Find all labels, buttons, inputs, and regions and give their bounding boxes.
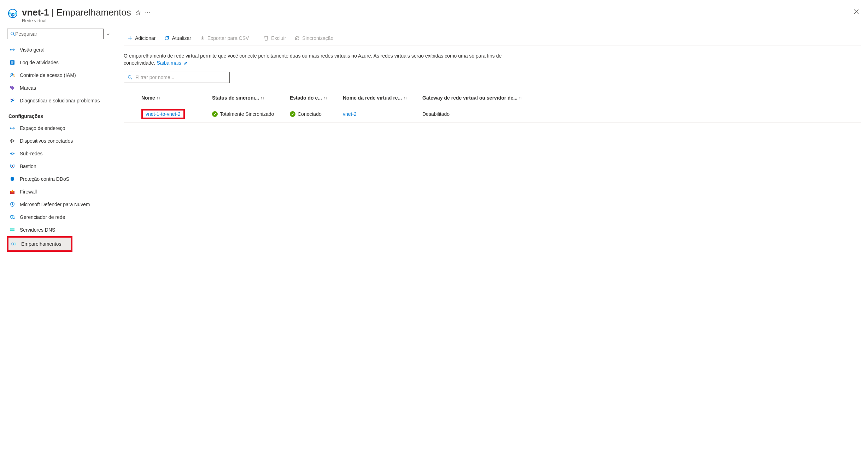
search-icon [10, 31, 15, 36]
main-content: Adicionar Atualizar Exportar para CSV Ex… [113, 29, 861, 471]
sidebar-item-label: Firewall [20, 189, 37, 195]
sort-icon: ↑↓ [260, 96, 264, 100]
svg-point-8 [13, 74, 14, 75]
table-row[interactable]: vnet-1-to-vnet-2✓Totalmente Sincronizado… [124, 106, 861, 123]
remote-vnet-link[interactable]: vnet-2 [343, 111, 357, 117]
svg-point-1 [9, 12, 11, 14]
gateway-cell: Desabilitado [422, 111, 861, 117]
svg-point-21 [14, 243, 16, 245]
sidebar-item-log[interactable]: Log de atividades [7, 56, 110, 69]
sidebar-item-label: Log de atividades [20, 60, 59, 65]
sidebar-item-label: Microsoft Defender para Nuvem [20, 202, 90, 207]
log-icon [9, 59, 16, 66]
resource-type: Rede virtual [22, 18, 852, 23]
column-sync-status[interactable]: Status de sincroni...↑↓ [212, 95, 290, 101]
peering-name-link[interactable]: vnet-1-to-vnet-2 [146, 111, 181, 117]
sidebar-item-label: Bastion [20, 163, 36, 169]
resource-name: vnet-1 [22, 7, 49, 18]
learn-more-link[interactable]: Saiba mais [157, 60, 187, 66]
page-title: vnet-1 | Emparelhamentos ··· [22, 7, 852, 18]
sidebar-item-label: Proteção contra DDoS [20, 176, 69, 182]
devices-icon [9, 138, 16, 144]
column-remote-vnet[interactable]: Nome da rede virtual re...↑↓ [343, 95, 422, 101]
bastion-icon [9, 163, 16, 169]
sidebar-section-settings: Configurações [8, 113, 110, 119]
sidebar-item-wrench[interactable]: Diagnosticar e solucionar problemas [7, 94, 110, 107]
sidebar-item-shield[interactable]: Proteção contra DDoS [7, 173, 110, 185]
star-icon[interactable] [135, 10, 141, 16]
page-header: vnet-1 | Emparelhamentos ··· Rede virtua… [7, 4, 861, 29]
collapse-sidebar-button[interactable]: « [107, 31, 110, 37]
refresh-label: Atualizar [172, 35, 191, 41]
description-text: O emparelhamento de rede virtual permite… [124, 52, 516, 67]
svg-line-23 [131, 78, 132, 79]
plus-icon [127, 35, 133, 41]
tag-icon [9, 85, 16, 91]
add-label: Adicionar [135, 35, 156, 41]
svg-point-2 [14, 12, 17, 14]
iam-icon [9, 72, 16, 78]
svg-point-17 [14, 218, 15, 219]
filter-box[interactable] [124, 72, 230, 83]
sort-icon: ↑↓ [519, 96, 523, 100]
sort-icon: ↑↓ [403, 96, 407, 100]
refresh-button[interactable]: Atualizar [160, 32, 194, 44]
column-gateway[interactable]: Gateway de rede virtual ou servidor de..… [422, 95, 861, 101]
external-link-icon [183, 61, 188, 66]
more-icon[interactable]: ··· [145, 10, 151, 16]
sidebar-item-tag[interactable]: Marcas [7, 82, 110, 94]
sidebar-item-bastion[interactable]: Bastion [7, 160, 110, 173]
network-mgr-icon [9, 214, 16, 220]
svg-point-4 [11, 32, 14, 35]
svg-point-20 [12, 243, 14, 245]
sidebar-item-firewall[interactable]: Firewall [7, 185, 110, 198]
delete-button[interactable]: Excluir [260, 32, 289, 44]
section-name: Emparelhamentos [57, 7, 131, 18]
add-button[interactable]: Adicionar [124, 32, 159, 44]
sidebar-item-peerings[interactable]: Emparelhamentos [8, 238, 71, 250]
svg-line-5 [13, 35, 15, 36]
svg-point-16 [10, 216, 11, 217]
vnet-icon [9, 47, 16, 53]
sidebar-item-network-mgr[interactable]: Gerenciador de rede [7, 211, 110, 223]
sidebar-item-label: Visão geral [20, 47, 45, 53]
sidebar-item-label: Espaço de endereço [20, 125, 65, 131]
sidebar-item-address[interactable]: Espaço de endereço [7, 122, 110, 135]
address-icon [9, 125, 16, 131]
sync-button[interactable]: Sincronização [291, 32, 337, 44]
dns-icon [9, 227, 16, 233]
search-icon [128, 75, 133, 80]
sort-icon: ↑↓ [157, 96, 160, 100]
sidebar-item-defender[interactable]: Microsoft Defender para Nuvem [7, 198, 110, 211]
learn-more-label: Saiba mais [157, 60, 181, 66]
sidebar-item-devices[interactable]: Dispositivos conectados [7, 135, 110, 147]
svg-point-15 [12, 216, 13, 218]
subnets-icon [9, 150, 16, 157]
shield-icon [9, 176, 16, 182]
column-name[interactable]: Nome↑↓ [141, 95, 212, 101]
svg-rect-19 [10, 230, 14, 231]
close-button[interactable] [852, 7, 861, 16]
sidebar-item-subnets[interactable]: Sub-redes [7, 147, 110, 160]
sidebar-item-iam[interactable]: Controle de acesso (IAM) [7, 69, 110, 82]
svg-point-10 [10, 141, 11, 142]
filter-input[interactable] [135, 74, 226, 80]
sidebar-item-label: Dispositivos conectados [20, 138, 73, 144]
column-state[interactable]: Estado do e...↑↓ [290, 95, 343, 101]
sidebar-search-input[interactable] [15, 31, 100, 37]
vnet-resource-icon [7, 8, 18, 19]
sidebar-item-vnet[interactable]: Visão geral [7, 43, 110, 56]
sidebar-item-dns[interactable]: Servidores DNS [7, 223, 110, 236]
sync-status: ✓Totalmente Sincronizado [212, 111, 290, 117]
svg-point-9 [11, 87, 12, 87]
sidebar-item-label: Sub-redes [20, 151, 43, 156]
sidebar-item-label: Diagnosticar e solucionar problemas [20, 98, 100, 103]
sidebar-item-label: Controle de acesso (IAM) [20, 72, 76, 78]
sidebar-item-label: Emparelhamentos [21, 241, 61, 247]
defender-icon [9, 201, 16, 208]
sidebar-search[interactable] [7, 29, 104, 39]
svg-point-13 [12, 203, 13, 205]
export-csv-button[interactable]: Exportar para CSV [196, 32, 253, 44]
svg-point-7 [11, 73, 13, 75]
sort-icon: ↑↓ [323, 96, 327, 100]
